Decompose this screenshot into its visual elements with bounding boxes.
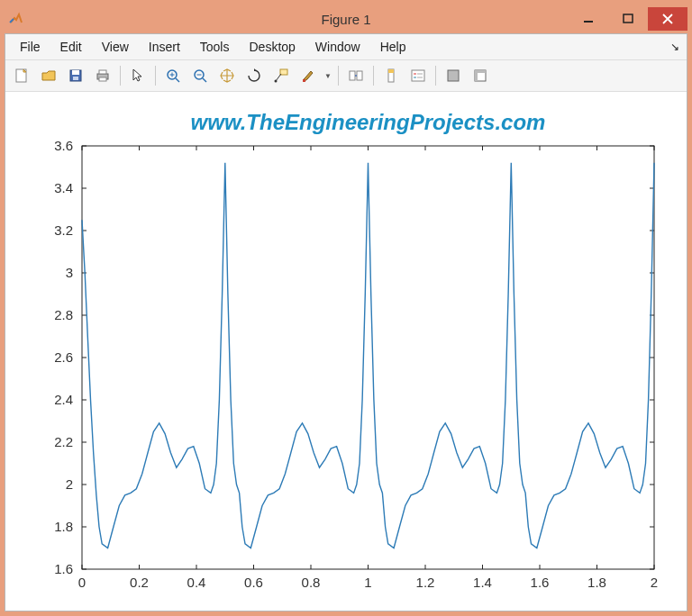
svg-rect-33 (475, 70, 478, 81)
svg-rect-18 (280, 69, 287, 75)
svg-marker-17 (254, 68, 257, 71)
watermark-text: www.TheEngineeringProjects.com (191, 110, 546, 134)
zoom-out-icon[interactable] (187, 63, 213, 88)
svg-rect-25 (412, 70, 424, 81)
xtick-label: 2 (651, 575, 658, 590)
ytick-label: 2 (66, 476, 73, 492)
client-area: File Edit View Insert Tools Desktop Wind… (5, 33, 687, 611)
menu-desktop[interactable]: Desktop (240, 38, 304, 56)
ytick-label: 3.4 (54, 180, 73, 195)
xtick-label: 1.6 (531, 575, 550, 590)
menu-edit[interactable]: Edit (51, 38, 91, 56)
pan-icon[interactable] (214, 63, 240, 88)
window-controls (569, 7, 687, 31)
save-icon[interactable] (63, 63, 88, 88)
legend-icon[interactable] (405, 63, 431, 88)
xtick-label: 0.8 (302, 575, 321, 590)
xtick-label: 0.2 (130, 575, 149, 590)
svg-rect-9 (99, 77, 106, 81)
toolbar-separator (338, 66, 339, 86)
svg-rect-1 (624, 14, 633, 23)
xtick-label: 0 (78, 575, 86, 590)
ytick-label: 2.6 (54, 349, 73, 365)
show-tools-icon[interactable] (468, 63, 493, 88)
colorbar-icon[interactable] (378, 63, 404, 88)
svg-point-19 (275, 80, 278, 83)
svg-rect-22 (357, 71, 362, 80)
axes[interactable]: www.TheEngineeringProjects.com00.20.40.6… (5, 92, 687, 611)
menu-file[interactable]: File (11, 38, 50, 56)
toolbar-separator (373, 66, 374, 86)
minimize-button[interactable] (569, 7, 608, 31)
svg-rect-30 (448, 70, 459, 81)
zoom-in-icon[interactable] (160, 63, 186, 88)
app-window: Figure 1 File Edit View Insert Tools Des… (0, 0, 692, 616)
ytick-label: 3 (66, 265, 73, 280)
xtick-label: 1 (364, 575, 371, 590)
svg-rect-24 (388, 69, 394, 73)
dropdown-arrow-icon[interactable]: ▼ (323, 72, 333, 80)
svg-rect-5 (72, 70, 79, 75)
ytick-label: 2.4 (54, 392, 73, 407)
svg-rect-8 (99, 70, 106, 74)
svg-rect-20 (303, 79, 305, 82)
hide-tools-icon[interactable] (441, 63, 466, 88)
xtick-label: 1.8 (587, 575, 606, 590)
ytick-label: 3.2 (54, 222, 73, 238)
dock-icon[interactable]: ↘ (670, 41, 679, 53)
menu-tools[interactable]: Tools (191, 38, 239, 56)
svg-rect-0 (584, 21, 593, 23)
menubar: File Edit View Insert Tools Desktop Wind… (5, 34, 687, 59)
ytick-label: 1.8 (54, 519, 73, 534)
svg-line-15 (203, 78, 206, 82)
menu-insert[interactable]: Insert (140, 38, 189, 56)
menu-help[interactable]: Help (371, 38, 415, 56)
xtick-label: 1.4 (473, 575, 492, 590)
xtick-label: 0.4 (187, 575, 206, 590)
maximize-button[interactable] (608, 7, 648, 31)
ytick-label: 3.6 (54, 138, 73, 153)
brush-icon[interactable] (296, 63, 321, 88)
figure-area[interactable]: www.TheEngineeringProjects.com00.20.40.6… (5, 92, 687, 611)
new-figure-icon[interactable] (9, 63, 34, 88)
rotate-icon[interactable] (241, 63, 267, 88)
svg-rect-21 (350, 71, 355, 80)
xtick-label: 0.6 (244, 575, 263, 590)
svg-rect-6 (73, 77, 78, 80)
close-button[interactable] (648, 7, 687, 31)
ytick-label: 2.2 (54, 434, 73, 449)
menu-view[interactable]: View (93, 38, 138, 56)
matlab-icon (8, 11, 24, 27)
svg-line-11 (176, 78, 179, 82)
ytick-label: 2.8 (54, 307, 73, 322)
toolbar: ▼ (5, 59, 687, 92)
pointer-icon[interactable] (125, 63, 150, 88)
open-icon[interactable] (36, 63, 61, 88)
print-icon[interactable] (90, 63, 115, 88)
axes-box (82, 146, 654, 569)
toolbar-separator (120, 66, 121, 86)
link-data-icon[interactable] (343, 63, 369, 88)
toolbar-separator (435, 66, 436, 86)
titlebar[interactable]: Figure 1 (5, 5, 687, 33)
ytick-label: 1.6 (54, 561, 73, 576)
xtick-label: 1.2 (416, 575, 435, 590)
toolbar-separator (155, 66, 156, 86)
menu-window[interactable]: Window (306, 38, 369, 56)
data-cursor-icon[interactable] (269, 63, 294, 88)
